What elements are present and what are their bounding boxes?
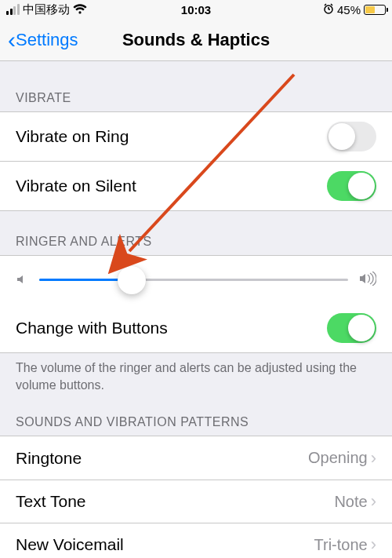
back-button[interactable]: ‹ Settings bbox=[8, 28, 78, 52]
group-sounds: Ringtone Opening › Text Tone Note › New … bbox=[0, 436, 392, 558]
row-new-voicemail[interactable]: New Voicemail Tri-tone › bbox=[0, 523, 392, 558]
row-volume-slider bbox=[0, 255, 392, 304]
row-ringtone[interactable]: Ringtone Opening › bbox=[0, 436, 392, 480]
section-header-vibrate: VIBRATE bbox=[0, 61, 392, 111]
row-value: Tri-tone bbox=[314, 536, 368, 554]
nav-bar: ‹ Settings Sounds & Haptics bbox=[0, 19, 392, 61]
battery-icon bbox=[364, 5, 386, 15]
status-right: 45% bbox=[323, 3, 386, 16]
page-title: Sounds & Haptics bbox=[122, 30, 270, 50]
toggle-change-with-buttons[interactable] bbox=[327, 313, 376, 343]
row-vibrate-on-silent[interactable]: Vibrate on Silent bbox=[0, 161, 392, 210]
status-bar: 中国移动 10:03 45% bbox=[0, 0, 392, 19]
chevron-right-icon: › bbox=[371, 448, 376, 469]
signal-icon bbox=[6, 4, 20, 15]
row-vibrate-on-ring[interactable]: Vibrate on Ring bbox=[0, 112, 392, 161]
row-change-with-buttons[interactable]: Change with Buttons bbox=[0, 304, 392, 352]
battery-pct: 45% bbox=[337, 3, 361, 16]
slider-thumb[interactable] bbox=[118, 266, 146, 294]
status-time: 10:03 bbox=[181, 3, 211, 16]
chevron-right-icon: › bbox=[371, 491, 376, 512]
row-value: Opening bbox=[308, 449, 368, 467]
svg-line-3 bbox=[325, 4, 326, 5]
row-label: Vibrate on Silent bbox=[16, 177, 136, 195]
toggle-vibrate-on-ring[interactable] bbox=[327, 122, 376, 151]
row-label: Text Tone bbox=[16, 492, 86, 511]
group-vibrate: Vibrate on Ring Vibrate on Silent bbox=[0, 111, 392, 211]
section-header-ringer: RINGER AND ALERTS bbox=[0, 211, 392, 255]
toggle-vibrate-on-silent[interactable] bbox=[327, 171, 376, 201]
status-left: 中国移动 bbox=[6, 2, 87, 17]
chevron-right-icon: › bbox=[371, 534, 376, 555]
section-header-sounds: SOUNDS AND VIBRATION PATTERNS bbox=[0, 401, 392, 436]
chevron-left-icon: ‹ bbox=[8, 28, 16, 52]
svg-line-4 bbox=[331, 4, 332, 5]
wifi-icon bbox=[73, 3, 87, 16]
alarm-icon bbox=[323, 3, 334, 16]
volume-slider[interactable] bbox=[39, 279, 348, 281]
carrier-label: 中国移动 bbox=[23, 2, 70, 17]
row-label: Vibrate on Ring bbox=[16, 127, 129, 146]
group-ringer: Change with Buttons bbox=[0, 304, 392, 353]
back-label: Settings bbox=[16, 30, 78, 50]
speaker-low-icon bbox=[16, 271, 28, 290]
row-text-tone[interactable]: Text Tone Note › bbox=[0, 480, 392, 523]
row-label: New Voicemail bbox=[16, 535, 124, 554]
row-label: Change with Buttons bbox=[16, 319, 168, 337]
row-value: Note bbox=[334, 493, 367, 511]
row-label: Ringtone bbox=[16, 449, 82, 468]
section-footer-ringer: The volume of the ringer and alerts can … bbox=[0, 353, 392, 401]
speaker-high-icon bbox=[359, 271, 376, 290]
